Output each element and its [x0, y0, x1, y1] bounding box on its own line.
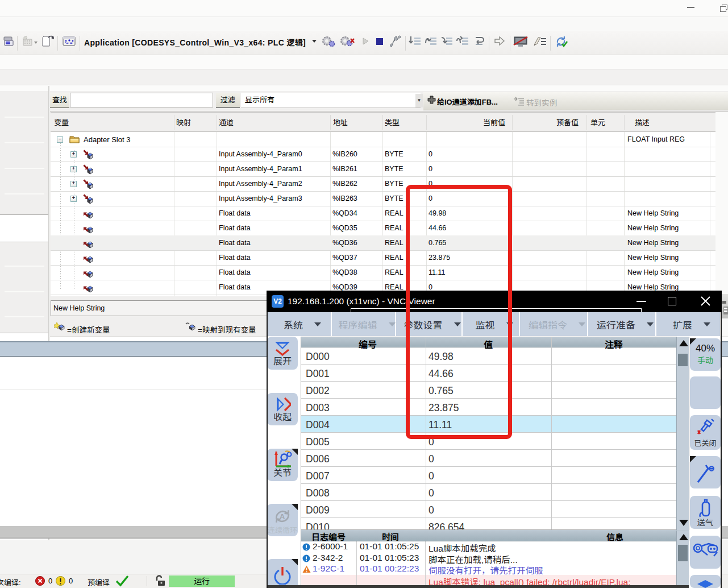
svg-text:A: A — [280, 512, 285, 521]
